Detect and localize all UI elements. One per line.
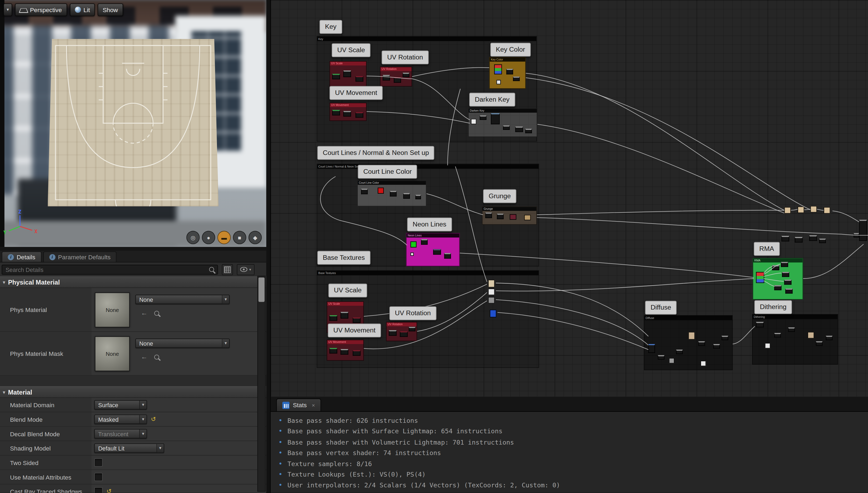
details-panel: i Details i Parameter Defaults ▾ (0, 247, 266, 493)
preview-shape-buttons: ◎ ● ▬ ■ ◆ (186, 231, 262, 244)
comment-label[interactable]: UV Movement (330, 86, 383, 100)
comment-label[interactable]: UV Scale (332, 43, 371, 57)
tab-parameter-defaults[interactable]: i Parameter Defaults (43, 252, 117, 262)
phys-material-dropdown[interactable]: None ▾ (135, 295, 229, 304)
use-selected-asset-icon[interactable]: ← (141, 309, 148, 317)
phys-material-row: Phys Material None None ▾ ← (0, 288, 266, 332)
shading-model-dropdown[interactable]: Default Lit ▾ (94, 444, 164, 453)
comment-label[interactable]: Key Color (490, 43, 531, 57)
cast-ray-traced-shadows-checkbox[interactable] (94, 487, 103, 493)
comment-label[interactable]: Key (319, 20, 342, 34)
dropdown-value: Masked (98, 416, 139, 423)
viewport-options-button[interactable]: ▾ (3, 3, 12, 16)
stats-tab-label: Stats (293, 402, 307, 409)
stats-line: •Base pass vertex shader: 74 instruction… (279, 449, 868, 460)
decal-blend-mode-dropdown[interactable]: Translucent ▾ (94, 429, 147, 438)
chevron-down-icon: ▾ (156, 444, 164, 452)
details-scrollbar[interactable] (257, 276, 266, 492)
thumbnail-label: None (106, 351, 119, 357)
graph-labels-layer: KeyUV ScaleUV RotationKey ColorUV Moveme… (271, 0, 868, 397)
cast-ray-traced-shadows-row: Cast Ray Traced Shadows ↺ (0, 485, 266, 493)
asset-thumbnail[interactable]: None (95, 292, 130, 327)
chevron-down-icon: ▾ (139, 415, 147, 423)
stats-line: •User interpolators: 2/4 Scalars (1/4 Ve… (279, 481, 868, 492)
browse-asset-icon[interactable] (154, 354, 159, 359)
panel-splitter[interactable] (0, 247, 266, 251)
reset-to-default-icon[interactable]: ↺ (107, 488, 112, 493)
stats-line: •Base pass shader: 626 instructions (279, 417, 868, 428)
preview-shape-mesh-button[interactable]: ◆ (248, 231, 262, 244)
cube-icon: ■ (238, 235, 241, 241)
property-label: Two Sided (0, 456, 91, 470)
view-options-button[interactable]: ▾ (237, 264, 254, 275)
stats-line: •Base pass shader with Surface Lightmap:… (279, 428, 868, 438)
lit-button[interactable]: Lit (70, 3, 95, 16)
use-material-attributes-checkbox[interactable] (94, 473, 103, 481)
browse-asset-icon[interactable] (154, 310, 159, 316)
tab-details-label: Details (17, 254, 35, 260)
section-material[interactable]: ▾ Material (0, 386, 266, 398)
comment-label[interactable]: UV Scale (328, 283, 367, 298)
axis-gizmo: Z Y X (3, 209, 42, 235)
dropdown-value: None (139, 340, 222, 347)
use-selected-asset-icon[interactable]: ← (141, 353, 148, 361)
comment-label[interactable]: UV Movement (328, 324, 381, 338)
section-physical-material[interactable]: ▾ Physical Material (0, 276, 266, 288)
scrollbar-thumb[interactable] (258, 278, 265, 302)
perspective-label: Perspective (30, 6, 62, 13)
material-domain-row: Material Domain Surface ▾ (0, 398, 266, 412)
property-matrix-button[interactable] (222, 264, 233, 275)
comment-label[interactable]: Court Line Color (358, 165, 418, 179)
comment-label[interactable]: Darken Key (469, 93, 515, 107)
material-graph-panel[interactable]: KeyCourt Lines / Normal & Neon Set upBas… (270, 0, 868, 397)
material-domain-dropdown[interactable]: Surface ▾ (94, 400, 147, 410)
search-details-input[interactable] (2, 265, 218, 275)
reset-to-default-icon[interactable]: ↺ (151, 415, 156, 423)
property-label: Shading Model (0, 441, 91, 455)
preview-shape-plane-button[interactable]: ▬ (218, 231, 231, 244)
close-tab-icon[interactable]: × (312, 402, 315, 408)
comment-label[interactable]: UV Rotation (389, 306, 436, 320)
stats-line: •Texture Lookups (Est.): VS(0), PS(4) (279, 471, 868, 481)
property-label: Cast Ray Traced Shadows (0, 485, 91, 493)
viewport-panel[interactable]: Z Y X ▾ Perspective Lit Show ◎ ● (0, 0, 266, 247)
viewport-scene[interactable]: Z Y X (0, 0, 266, 247)
unreal-material-editor: Z Y X ▾ Perspective Lit Show ◎ ● (0, 0, 868, 493)
use-material-attributes-row: Use Material Attributes (0, 470, 266, 485)
axis-x-label: X (35, 229, 37, 234)
comment-label[interactable]: Court Lines / Normal & Neon Set up (317, 146, 435, 160)
property-label: Blend Mode (0, 412, 91, 426)
mesh-icon: ◆ (253, 235, 257, 241)
comment-label[interactable]: UV Rotation (382, 50, 429, 65)
asset-thumbnail[interactable]: None (95, 336, 130, 371)
dropdown-value: Translucent (98, 430, 139, 437)
chevron-down-icon: ▾ (222, 339, 229, 347)
comment-label[interactable]: Base Textures (317, 251, 371, 265)
phys-material-mask-dropdown[interactable]: None ▾ (135, 339, 229, 348)
chevron-down-icon: ▾ (7, 7, 9, 13)
axis-z-label: Z (18, 209, 21, 215)
comment-label[interactable]: Dithering (754, 300, 792, 314)
two-sided-checkbox[interactable] (94, 458, 103, 467)
preview-shape-cube-button[interactable]: ■ (233, 231, 246, 244)
preview-shape-cylinder-button[interactable]: ◎ (186, 231, 200, 244)
phys-material-mask-row: Phys Material Mask None None ▾ ← (0, 332, 266, 376)
section-title: Physical Material (8, 279, 60, 286)
comment-label[interactable]: Diffuse (645, 301, 677, 315)
chevron-down-icon: ▾ (3, 389, 5, 395)
dropdown-value: Default Lit (98, 445, 156, 452)
two-sided-row: Two Sided (0, 456, 266, 470)
material-preview-plane[interactable] (48, 39, 218, 206)
blend-mode-dropdown[interactable]: Masked ▾ (94, 414, 147, 424)
property-label: Use Material Attributes (0, 470, 91, 484)
comment-label[interactable]: RMA (754, 242, 780, 256)
tab-details[interactable]: i Details (2, 252, 41, 262)
comment-label[interactable]: Neon Lines (407, 218, 452, 232)
stats-tabbar: Stats × (271, 397, 868, 412)
show-button[interactable]: Show (97, 3, 123, 16)
comment-label[interactable]: Grunge (483, 189, 516, 203)
preview-shape-sphere-button[interactable]: ● (202, 231, 215, 244)
tab-parameter-defaults-label: Parameter Defaults (58, 254, 111, 260)
perspective-button[interactable]: Perspective (15, 3, 67, 16)
tab-stats[interactable]: Stats × (276, 398, 321, 411)
